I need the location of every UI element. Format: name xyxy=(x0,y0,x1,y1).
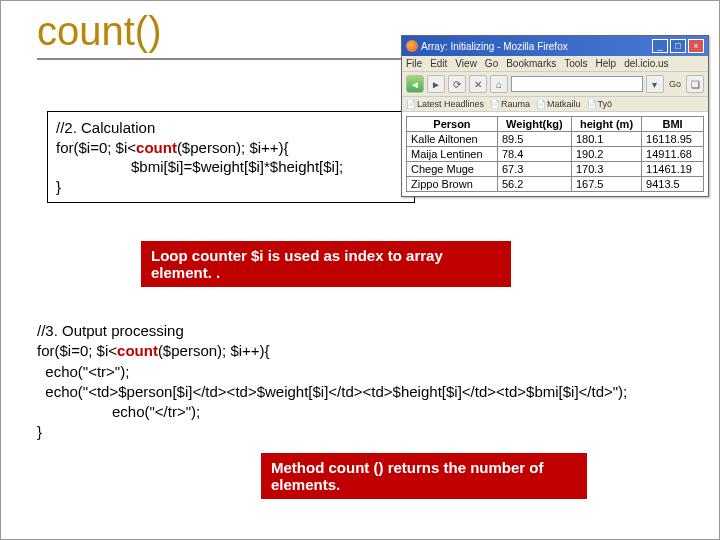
callout-method-count: Method count () returns the number of el… xyxy=(261,453,587,499)
menu-delicious[interactable]: del.icio.us xyxy=(624,58,668,69)
code-block-output: //3. Output processing for($i=0; $i<coun… xyxy=(37,321,717,443)
maximize-button[interactable]: □ xyxy=(670,39,686,53)
th-height: height (m) xyxy=(571,117,641,132)
browser-menubar: File Edit View Go Bookmarks Tools Help d… xyxy=(402,56,708,72)
count-keyword: count xyxy=(117,342,158,359)
menu-go[interactable]: Go xyxy=(485,58,498,69)
menu-view[interactable]: View xyxy=(455,58,477,69)
code-line: for($i=0; $i<count($person); $i++){ xyxy=(56,138,406,158)
th-bmi: BMI xyxy=(642,117,704,132)
code-line: //2. Calculation xyxy=(56,118,406,138)
callout-loop-counter: Loop counter $i is used as index to arra… xyxy=(141,241,511,287)
menu-edit[interactable]: Edit xyxy=(430,58,447,69)
browser-title: Array: Initializing - Mozilla Firefox xyxy=(421,41,568,52)
menu-tools[interactable]: Tools xyxy=(564,58,587,69)
stop-button[interactable]: ✕ xyxy=(469,75,487,93)
count-keyword: count xyxy=(136,139,177,156)
menu-help[interactable]: Help xyxy=(596,58,617,69)
tag-icon[interactable]: ❏ xyxy=(686,75,704,93)
table-row: Zippo Brown 56.2 167.5 9413.5 xyxy=(407,177,704,192)
code-line: } xyxy=(56,177,406,197)
address-bar[interactable] xyxy=(511,76,643,92)
table-row: Kalle Ailtonen 89.5 180.1 16118.95 xyxy=(407,132,704,147)
forward-button[interactable]: ► xyxy=(427,75,445,93)
bookmark-item[interactable]: Matkailu xyxy=(536,99,581,109)
bookmarks-bar: Latest Headlines Rauma Matkailu Työ xyxy=(402,97,708,112)
th-weight: Weight(kg) xyxy=(497,117,571,132)
dropdown-icon[interactable]: ▾ xyxy=(646,75,664,93)
go-button[interactable]: Go xyxy=(667,79,683,89)
minimize-button[interactable]: _ xyxy=(652,39,668,53)
code-block-calculation: //2. Calculation for($i=0; $i<count($per… xyxy=(47,111,415,203)
browser-toolbar: ◄ ► ⟳ ✕ ⌂ ▾ Go ❏ xyxy=(402,72,708,97)
code-line: $bmi[$i]=$weight[$i]*$height[$i]; xyxy=(56,157,406,177)
table-row: Maija Lentinen 78.4 190.2 14911.68 xyxy=(407,147,704,162)
menu-bookmarks[interactable]: Bookmarks xyxy=(506,58,556,69)
close-button[interactable]: × xyxy=(688,39,704,53)
table-row: Chege Muge 67.3 170.3 11461.19 xyxy=(407,162,704,177)
browser-window: Array: Initializing - Mozilla Firefox _ … xyxy=(401,35,709,197)
slide: count() //2. Calculation for($i=0; $i<co… xyxy=(0,0,720,540)
bookmark-item[interactable]: Rauma xyxy=(490,99,530,109)
firefox-icon xyxy=(406,40,418,52)
th-person: Person xyxy=(407,117,498,132)
bookmark-item[interactable]: Latest Headlines xyxy=(406,99,484,109)
table-header-row: Person Weight(kg) height (m) BMI xyxy=(407,117,704,132)
data-table: Person Weight(kg) height (m) BMI Kalle A… xyxy=(406,116,704,192)
bookmark-item[interactable]: Työ xyxy=(587,99,613,109)
home-button[interactable]: ⌂ xyxy=(490,75,508,93)
menu-file[interactable]: File xyxy=(406,58,422,69)
reload-button[interactable]: ⟳ xyxy=(448,75,466,93)
browser-titlebar: Array: Initializing - Mozilla Firefox _ … xyxy=(402,36,708,56)
back-button[interactable]: ◄ xyxy=(406,75,424,93)
browser-content: Person Weight(kg) height (m) BMI Kalle A… xyxy=(402,112,708,196)
